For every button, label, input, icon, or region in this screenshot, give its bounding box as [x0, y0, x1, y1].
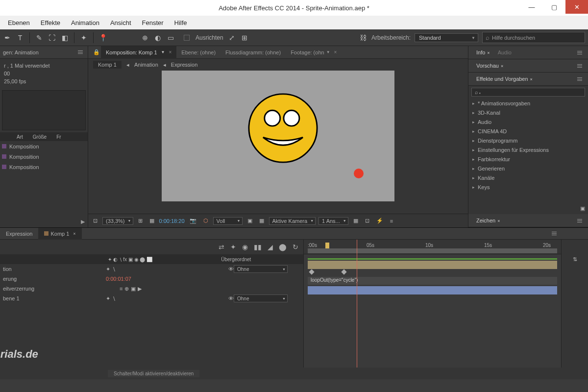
time-ruler[interactable]: :00s 05s 10s 15s 20s [304, 240, 561, 254]
view-option-icon[interactable]: ▦ [351, 218, 360, 224]
panel-menu-icon[interactable] [76, 49, 85, 56]
project-row[interactable]: Komposition [0, 151, 88, 162]
eye-icon[interactable]: 👁 [228, 266, 234, 272]
menu-hilfe[interactable]: Hilfe [170, 18, 192, 28]
fx-category[interactable]: CINEMA 4D [470, 126, 586, 136]
play-icon[interactable]: ▶ [81, 219, 85, 226]
tl-tool-icon[interactable]: ◉ [242, 243, 248, 251]
camera-dropdown[interactable]: Aktive Kamera [269, 217, 316, 225]
project-row[interactable]: Komposition [0, 141, 88, 151]
layer-row[interactable]: erung 0:00:01:07 [0, 274, 303, 284]
layer-row[interactable]: bene 1 ✦∖ 👁 Ohne [0, 294, 303, 303]
playhead[interactable] [357, 240, 357, 368]
lock-icon[interactable]: 🔒 [92, 48, 101, 57]
tab-preview[interactable]: Vorschau× [472, 61, 507, 71]
views-dropdown[interactable]: 1 Ans... [318, 217, 348, 225]
fx-category[interactable]: Audio [470, 117, 586, 126]
keyframe-icon[interactable] [309, 269, 314, 274]
shape-icon[interactable]: ▭ [166, 33, 175, 42]
panel-menu-icon[interactable] [575, 75, 584, 83]
text-tool-icon[interactable]: T [16, 33, 24, 42]
menu-animation[interactable]: Animation [66, 18, 104, 28]
snap2-icon[interactable]: ⊞ [240, 33, 249, 42]
fx-category[interactable]: 3D-Kanal [470, 108, 586, 117]
tab-info[interactable]: Info× [472, 48, 494, 57]
eye-icon[interactable]: 👁 [228, 295, 234, 301]
close-button[interactable]: ✕ [565, 0, 588, 14]
cti-marker[interactable] [325, 243, 329, 248]
tab-audio[interactable]: Audio [494, 48, 515, 57]
fx-category[interactable]: Farbkorrektur [470, 154, 586, 164]
tab-character[interactable]: Zeichen× [472, 216, 504, 225]
fx-category[interactable]: Kanäle [470, 173, 586, 182]
panel-menu-icon[interactable] [575, 62, 584, 70]
panel-menu-icon[interactable] [550, 230, 559, 237]
fast-preview-icon[interactable]: ⚡ [374, 218, 385, 224]
work-area-bar[interactable] [308, 248, 557, 253]
menu-effekte[interactable]: Effekte [36, 18, 65, 28]
mask-icon[interactable]: ◐ [153, 33, 162, 42]
maximize-button[interactable]: ▢ [543, 0, 565, 14]
tl-tool-icon[interactable]: ◢ [268, 243, 273, 251]
tl-tool-icon[interactable]: ⇄ [219, 243, 224, 251]
tab-effects[interactable]: Effekte und Vorgaben× [472, 74, 537, 84]
breadcrumb-item[interactable]: Animation [134, 62, 158, 68]
menu-ansicht[interactable]: Ansicht [105, 18, 136, 28]
parent-dropdown[interactable]: Ohne [234, 265, 288, 273]
tl-tool-icon[interactable]: ✦ [230, 243, 236, 251]
toggle-switches-button[interactable]: Schalter/Modi aktivieren/deaktivieren [108, 370, 199, 377]
brush-tool-icon[interactable]: ✎ [35, 33, 44, 42]
tab-footage[interactable]: Footage: (ohn▼× [286, 46, 342, 59]
menu-fenster[interactable]: Fenster [137, 18, 169, 28]
close-tab-icon[interactable]: × [169, 49, 172, 55]
workspace-dropdown[interactable]: Standard [415, 33, 478, 42]
menu-ebenen[interactable]: Ebenen [3, 18, 35, 28]
keyframe-icon[interactable] [341, 269, 346, 274]
tab-flowchart[interactable]: Flussdiagramm: (ohne) [220, 46, 286, 59]
project-row[interactable]: Komposition [0, 162, 88, 172]
layer-bar[interactable] [308, 286, 557, 294]
channel-icon[interactable]: ⬡ [201, 218, 210, 224]
breadcrumb-item[interactable]: Expression [171, 62, 197, 68]
tl-tool-icon[interactable]: ▮▮ [254, 243, 262, 251]
tab-composition[interactable]: Komposition: Komp 1▼× [101, 46, 176, 59]
align-checkbox[interactable] [184, 35, 190, 41]
tab-expression[interactable]: Expression [0, 228, 38, 240]
timeline-track-area[interactable]: :00s 05s 10s 15s 20s loopOut(type="cycle… [304, 240, 561, 368]
current-time[interactable]: 0:00:18:20 [159, 218, 185, 224]
timeline-icon[interactable]: ≡ [388, 218, 395, 224]
tab-komp1[interactable]: Komp 1× [38, 228, 81, 240]
mask-visibility-icon[interactable]: ▦ [147, 218, 156, 224]
canvas[interactable] [162, 71, 394, 201]
fx-category[interactable]: Keys [470, 182, 586, 192]
layer-row[interactable]: tion ✦∖ 👁 Ohne [0, 264, 303, 274]
composition-viewport[interactable] [88, 71, 468, 214]
tl-tool-icon[interactable]: ⬤ [279, 243, 287, 251]
fx-category[interactable]: Generieren [470, 164, 586, 173]
rotobrush-tool-icon[interactable]: ✦ [79, 33, 88, 42]
time-value[interactable]: 0:00:01:07 [106, 276, 131, 282]
help-search-input[interactable]: Hilfe durchsuchen [482, 32, 585, 43]
effects-search-input[interactable]: ⌕▾ [471, 88, 585, 97]
resolution-icon[interactable]: ⊞ [136, 218, 145, 224]
new-bin-icon[interactable]: ▣ [580, 205, 585, 211]
layer-row[interactable]: eitverzerrung ≡⊕▣▶ [0, 284, 303, 294]
snapshot-icon[interactable]: 📷 [188, 218, 198, 224]
anchor-icon[interactable]: ⊕ [141, 33, 149, 42]
fx-category[interactable]: Dienstprogramm [470, 136, 586, 145]
panel-menu-icon[interactable] [575, 49, 584, 56]
link-icon[interactable]: ⛓ [359, 33, 368, 42]
snap-icon[interactable]: ⤢ [227, 33, 236, 42]
stamp-tool-icon[interactable]: ⛶ [48, 33, 56, 42]
layer-bar[interactable] [308, 261, 557, 269]
tl-tool-icon[interactable]: ↻ [293, 243, 298, 251]
breadcrumb-item[interactable]: Komp 1 [93, 61, 122, 69]
eraser-tool-icon[interactable]: ◧ [60, 33, 69, 42]
panel-menu-icon[interactable] [575, 217, 584, 224]
minimize-button[interactable]: — [520, 0, 543, 14]
roi-icon[interactable]: ▣ [245, 218, 254, 224]
resolution-dropdown[interactable]: Voll [213, 217, 243, 225]
pin-tool-icon[interactable]: 📍 [98, 33, 107, 42]
transparency-icon[interactable]: ▦ [257, 218, 266, 224]
parent-dropdown[interactable]: Ohne [234, 294, 288, 302]
